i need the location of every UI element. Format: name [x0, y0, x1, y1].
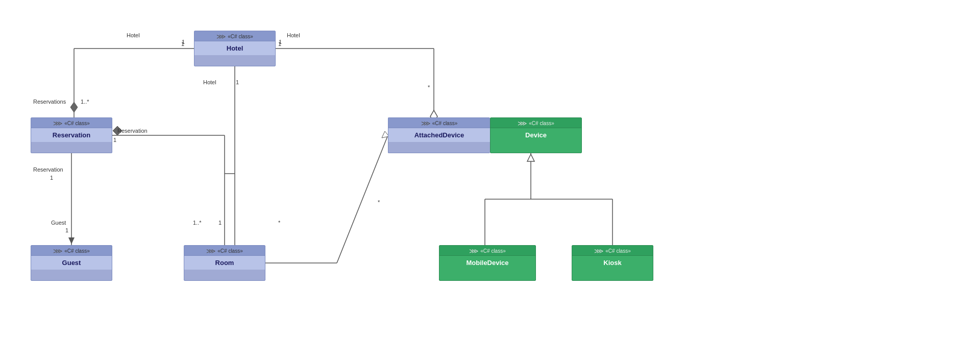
attacheddevice-header: ⋙ «C# class» — [388, 118, 490, 128]
svg-marker-20 — [527, 154, 534, 161]
device-title: Device — [491, 128, 581, 142]
kiosk-box: ⋙ «C# class» Kiosk — [572, 245, 653, 281]
label-guest-assoc: Guest — [51, 220, 66, 226]
label-star-attached: * — [378, 199, 380, 205]
attached-device-combined: ⋙ «C# class» AttachedDevice ⋙ «C# class»… — [388, 117, 582, 153]
label-reservation-assoc: Reservation — [117, 128, 148, 134]
attacheddevice-stereotype: «C# class» — [432, 121, 457, 126]
guest-stereotype: «C# class» — [64, 248, 89, 254]
guest-title: Guest — [31, 256, 112, 270]
label-1star-room: 1..* — [193, 220, 202, 226]
guest-box: ⋙ «C# class» Guest — [31, 245, 112, 281]
kiosk-title: Kiosk — [572, 256, 653, 270]
room-stereotype: «C# class» — [217, 248, 242, 254]
svg-marker-13 — [68, 237, 75, 244]
hotel-box: ⋙ «C# class» Hotel — [194, 31, 276, 66]
reservation-chevron-icon: ⋙ — [53, 120, 62, 127]
label-1-res-self: 1 — [50, 175, 53, 181]
label-reservation-self: Reservation — [33, 166, 63, 173]
label-reservations: Reservations — [33, 99, 66, 105]
mobiledevice-title: MobileDevice — [439, 256, 535, 270]
guest-chevron-icon: ⋙ — [53, 248, 62, 254]
label-1-reservation: 1 — [113, 137, 116, 143]
device-chevron-icon: ⋙ — [518, 120, 527, 127]
label-1-hotel-below: 1 — [236, 79, 239, 85]
label-hotel-left: Hotel — [127, 32, 140, 38]
label-1-hotel-left: 1 — [182, 39, 185, 45]
diagram-container: 1 1 ⋙ «C# class» Hotel ⋙ «C# class» Rese… — [0, 0, 980, 360]
device-box: ⋙ «C# class» Device — [490, 117, 582, 153]
reservation-header: ⋙ «C# class» — [31, 118, 112, 128]
mobiledevice-chevron-icon: ⋙ — [469, 248, 478, 254]
mobiledevice-stereotype: «C# class» — [480, 248, 505, 254]
reservation-box: ⋙ «C# class» Reservation — [31, 117, 112, 153]
device-stereotype: «C# class» — [529, 121, 554, 126]
kiosk-stereotype: «C# class» — [605, 248, 630, 254]
kiosk-header: ⋙ «C# class» — [572, 246, 653, 256]
room-header: ⋙ «C# class» — [184, 246, 265, 256]
room-title: Room — [184, 256, 265, 270]
reservation-title: Reservation — [31, 128, 112, 142]
svg-marker-2 — [70, 102, 78, 112]
label-hotel-right: Hotel — [287, 32, 300, 38]
label-1star: 1..* — [81, 99, 89, 105]
kiosk-chevron-icon: ⋙ — [594, 248, 603, 254]
label-hotel-bottom: Hotel — [203, 79, 216, 85]
label-1-hotel-right: 1 — [279, 39, 282, 45]
room-chevron-icon: ⋙ — [206, 248, 215, 254]
attacheddevice-title: AttachedDevice — [388, 128, 490, 142]
hotel-header: ⋙ «C# class» — [194, 31, 275, 41]
hotel-chevron-icon: ⋙ — [216, 33, 226, 40]
room-box: ⋙ «C# class» Room — [184, 245, 265, 281]
mobiledevice-header: ⋙ «C# class» — [439, 246, 535, 256]
label-star-room: * — [278, 220, 280, 226]
attacheddevice-box: ⋙ «C# class» AttachedDevice — [388, 117, 490, 153]
hotel-title: Hotel — [194, 41, 275, 55]
label-1-guest: 1 — [65, 227, 68, 233]
device-header: ⋙ «C# class» — [491, 118, 581, 128]
hotel-stereotype: «C# class» — [228, 34, 253, 39]
svg-line-15 — [337, 135, 388, 263]
reservation-stereotype: «C# class» — [64, 121, 89, 126]
mobiledevice-box: ⋙ «C# class» MobileDevice — [439, 245, 536, 281]
attacheddevice-chevron-icon: ⋙ — [421, 120, 430, 127]
connections-svg: 1 1 — [0, 0, 980, 360]
label-star-hotel-device: * — [428, 84, 430, 90]
guest-header: ⋙ «C# class» — [31, 246, 112, 256]
label-1-room: 1 — [218, 220, 222, 226]
